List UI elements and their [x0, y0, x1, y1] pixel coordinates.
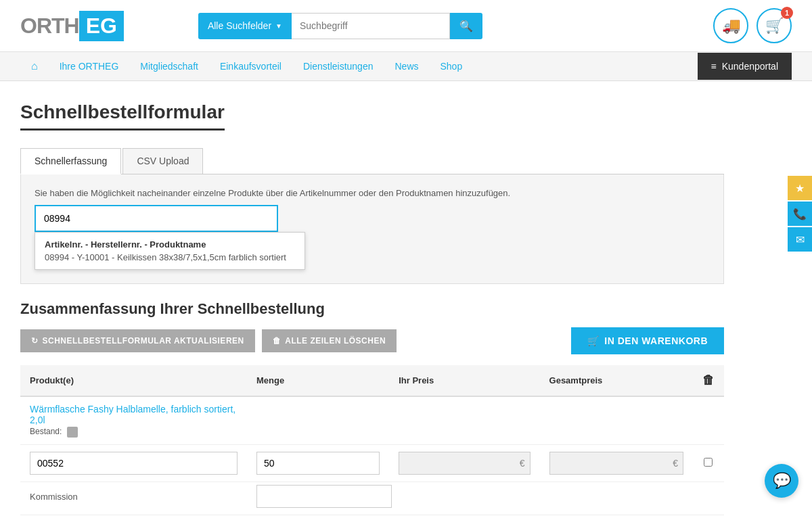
kommission-label-cell: Kommission	[20, 482, 247, 515]
price-input-cell: €	[389, 445, 539, 482]
add-to-cart-button-top[interactable]: 🛒 IN DEN WARENKORB	[571, 327, 724, 354]
search-area: Alle Suchfelder ▼ 🔍	[198, 13, 482, 39]
quantity-input-cell	[247, 445, 389, 482]
stock-label: Bestand:	[30, 427, 62, 436]
logo-eg: EG	[79, 11, 124, 41]
total-wrapper: €	[549, 452, 683, 475]
kommission-input-cell	[247, 482, 724, 515]
cart-icon-button[interactable]: 🛒 1	[757, 8, 792, 43]
stock-icon	[67, 427, 78, 438]
autocomplete-header: Artikelnr. - Herstellernr. - Produktname	[45, 239, 295, 250]
nav-items: ⌂ Ihre ORTHEG Mitgliedschaft Einkaufsvor…	[20, 52, 698, 80]
kundenportal-label: Kundenportal	[722, 61, 778, 72]
nav-item-dienstleistungen[interactable]: Dienstleistungen	[292, 53, 384, 80]
action-bar-left-top: ↻ SCHNELLBESTELLFORMULAR AKTUALISIEREN 🗑…	[20, 329, 397, 352]
row-checkbox[interactable]	[704, 458, 713, 467]
delete-cell	[693, 396, 724, 445]
nav-item-mitgliedschaft[interactable]: Mitgliedschaft	[129, 53, 209, 80]
sidebar-phone-button[interactable]: 📞	[788, 202, 812, 226]
sidebar-mail-button[interactable]: ✉	[788, 227, 812, 252]
kommission-row: Kommission	[20, 482, 724, 515]
autocomplete-result: 08994 - Y-10001 - Keilkissen 38x38/7,5x1…	[45, 252, 295, 262]
article-number-input[interactable]	[35, 205, 278, 232]
price-wrapper: €	[399, 452, 530, 475]
delete-all-label-top: ALLE ZEILEN LÖSCHEN	[285, 336, 386, 346]
chat-button[interactable]: 💬	[765, 464, 798, 498]
search-dropdown-label: Alle Suchfelder	[208, 20, 271, 31]
kommission-label: Kommission	[30, 492, 78, 502]
col-delete: 🗑	[693, 365, 724, 396]
autocomplete-item[interactable]: Artikelnr. - Herstellernr. - Produktname…	[35, 233, 304, 269]
nav-item-shop[interactable]: Shop	[430, 53, 474, 80]
delete-all-button-top[interactable]: 🗑 ALLE ZEILEN LÖSCHEN	[262, 329, 397, 352]
chat-icon: 💬	[773, 472, 791, 490]
table-row: Wärmflasche Fashy Halblamelle, farblich …	[20, 396, 724, 445]
tab-schnellerfassung[interactable]: Schnellerfassung	[20, 148, 121, 174]
search-icon: 🔍	[459, 20, 473, 32]
cart-icon: 🛒	[765, 17, 784, 34]
summary-title: Zusammenfassung Ihrer Schnellbestellung	[20, 300, 724, 318]
total-cell	[540, 396, 693, 445]
update-form-label-top: SCHNELLBESTELLFORMULAR AKTUALISIEREN	[43, 336, 244, 346]
price-currency: €	[520, 458, 525, 469]
tab-csv-upload[interactable]: CSV Upload	[122, 148, 203, 174]
order-table: Produkt(e) Menge Ihr Preis Gesamtpreis 🗑…	[20, 365, 724, 515]
right-sidebar: ★ 📞 ✉	[788, 176, 812, 252]
row-checkbox-cell	[693, 445, 724, 482]
quantity-input[interactable]	[256, 452, 380, 475]
action-bar-top: ↻ SCHNELLBESTELLFORMULAR AKTUALISIEREN 🗑…	[20, 327, 724, 354]
input-row: € €	[20, 445, 724, 482]
update-form-button-top[interactable]: ↻ SCHNELLBESTELLFORMULAR AKTUALISIEREN	[20, 329, 255, 352]
search-dropdown-button[interactable]: Alle Suchfelder ▼	[198, 13, 292, 39]
cart-icon-top: 🛒	[587, 335, 600, 346]
price-cell	[389, 396, 539, 445]
page-title: Schnellbestellformular	[20, 101, 225, 131]
main-content: Schnellbestellformular Schnellerfassung …	[0, 81, 744, 518]
cart-badge: 1	[781, 7, 793, 19]
total-currency: €	[673, 458, 678, 469]
nav-item-einkaufsvorteil[interactable]: Einkaufsvorteil	[209, 53, 292, 80]
table-delete-icon: 🗑	[702, 373, 715, 387]
truck-icon: 🚚	[722, 17, 740, 34]
logo[interactable]: ORTH EG	[20, 11, 124, 41]
phone-icon: 📞	[793, 208, 807, 220]
price-input[interactable]	[399, 452, 530, 475]
mail-icon: ✉	[796, 233, 805, 246]
product-cell: Wärmflasche Fashy Halblamelle, farblich …	[20, 396, 247, 445]
trash-icon-top: 🗑	[273, 336, 281, 346]
nav-item-home[interactable]: ⌂	[20, 52, 49, 80]
col-total: Gesamtpreis	[540, 365, 693, 396]
col-product: Produkt(e)	[20, 365, 247, 396]
col-price: Ihr Preis	[389, 365, 539, 396]
kundenportal-button[interactable]: ≡ Kundenportal	[698, 53, 792, 80]
form-area: Sie haben die Möglichkeit nacheinander e…	[20, 174, 724, 284]
cart-label-top: IN DEN WARENKORB	[604, 335, 708, 346]
autocomplete-dropdown: Artikelnr. - Herstellernr. - Produktname…	[35, 232, 305, 270]
nav-item-news[interactable]: News	[384, 53, 429, 80]
kommission-input[interactable]	[256, 485, 392, 508]
kundenportal-icon: ≡	[711, 61, 717, 72]
article-nr-input[interactable]	[30, 452, 238, 475]
header: ORTH EG Alle Suchfelder ▼ 🔍 🚚 🛒 1	[0, 0, 812, 52]
quantity-cell	[247, 396, 389, 445]
chevron-down-icon: ▼	[275, 22, 282, 30]
search-button[interactable]: 🔍	[450, 13, 482, 39]
article-input-cell	[20, 445, 247, 482]
product-link[interactable]: Wärmflasche Fashy Halblamelle, farblich …	[30, 404, 235, 425]
sidebar-star-button[interactable]: ★	[788, 176, 812, 200]
header-icons: 🚚 🛒 1	[713, 8, 792, 43]
star-icon: ★	[795, 182, 805, 195]
refresh-icon-top: ↻	[31, 336, 39, 346]
col-quantity: Menge	[247, 365, 389, 396]
product-stock: Bestand:	[30, 427, 238, 438]
logo-orth: ORTH	[20, 14, 79, 39]
form-description: Sie haben die Möglichkeit nacheinander e…	[35, 188, 710, 198]
search-input[interactable]	[292, 13, 450, 39]
tabs: Schnellerfassung CSV Upload	[20, 148, 724, 174]
total-input-cell: €	[540, 445, 693, 482]
main-nav: ⌂ Ihre ORTHEG Mitgliedschaft Einkaufsvor…	[0, 52, 812, 81]
nav-item-ihre-ortheg[interactable]: Ihre ORTHEG	[49, 53, 130, 80]
delivery-icon-button[interactable]: 🚚	[713, 8, 748, 43]
total-input[interactable]	[549, 452, 683, 475]
